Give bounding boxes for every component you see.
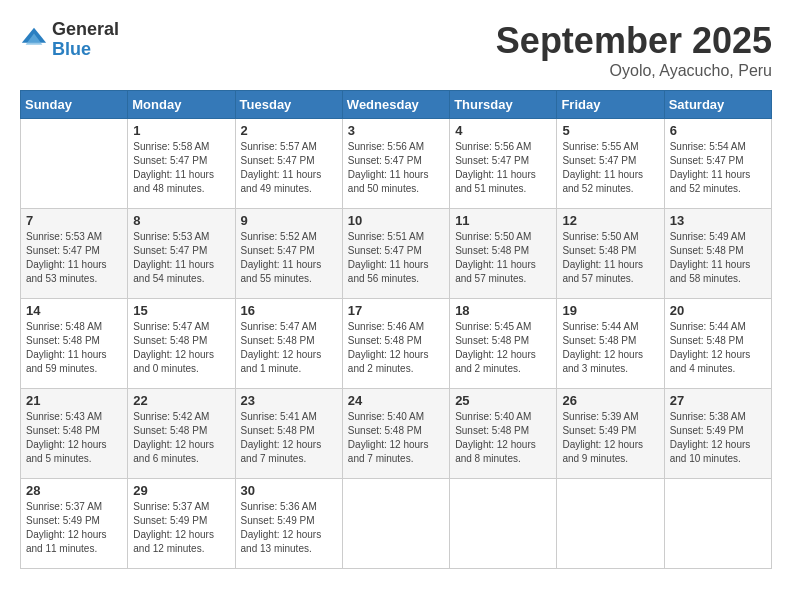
day-number: 4 [455, 123, 551, 138]
day-info: Sunrise: 5:38 AMSunset: 5:49 PMDaylight:… [670, 410, 766, 466]
calendar-table: Sunday Monday Tuesday Wednesday Thursday… [20, 90, 772, 569]
day-info: Sunrise: 5:53 AMSunset: 5:47 PMDaylight:… [133, 230, 229, 286]
day-info: Sunrise: 5:53 AMSunset: 5:47 PMDaylight:… [26, 230, 122, 286]
calendar-cell: 13 Sunrise: 5:49 AMSunset: 5:48 PMDaylig… [664, 209, 771, 299]
calendar-cell [342, 479, 449, 569]
calendar-cell: 22 Sunrise: 5:42 AMSunset: 5:48 PMDaylig… [128, 389, 235, 479]
calendar-cell [664, 479, 771, 569]
day-info: Sunrise: 5:54 AMSunset: 5:47 PMDaylight:… [670, 140, 766, 196]
calendar-cell: 11 Sunrise: 5:50 AMSunset: 5:48 PMDaylig… [450, 209, 557, 299]
day-info: Sunrise: 5:47 AMSunset: 5:48 PMDaylight:… [241, 320, 337, 376]
logo: General Blue [20, 20, 119, 60]
day-number: 23 [241, 393, 337, 408]
day-number: 30 [241, 483, 337, 498]
day-number: 5 [562, 123, 658, 138]
header-wednesday: Wednesday [342, 91, 449, 119]
calendar-week-1: 1 Sunrise: 5:58 AMSunset: 5:47 PMDayligh… [21, 119, 772, 209]
day-number: 20 [670, 303, 766, 318]
calendar-cell: 30 Sunrise: 5:36 AMSunset: 5:49 PMDaylig… [235, 479, 342, 569]
calendar-cell: 15 Sunrise: 5:47 AMSunset: 5:48 PMDaylig… [128, 299, 235, 389]
calendar-cell: 16 Sunrise: 5:47 AMSunset: 5:48 PMDaylig… [235, 299, 342, 389]
calendar-cell: 7 Sunrise: 5:53 AMSunset: 5:47 PMDayligh… [21, 209, 128, 299]
day-number: 19 [562, 303, 658, 318]
logo-general: General [52, 20, 119, 40]
day-number: 2 [241, 123, 337, 138]
day-number: 3 [348, 123, 444, 138]
month-title: September 2025 [496, 20, 772, 62]
header-tuesday: Tuesday [235, 91, 342, 119]
day-number: 1 [133, 123, 229, 138]
page-header: General Blue September 2025 Oyolo, Ayacu… [20, 20, 772, 80]
header-saturday: Saturday [664, 91, 771, 119]
calendar-week-3: 14 Sunrise: 5:48 AMSunset: 5:48 PMDaylig… [21, 299, 772, 389]
day-info: Sunrise: 5:56 AMSunset: 5:47 PMDaylight:… [455, 140, 551, 196]
day-info: Sunrise: 5:42 AMSunset: 5:48 PMDaylight:… [133, 410, 229, 466]
day-info: Sunrise: 5:44 AMSunset: 5:48 PMDaylight:… [670, 320, 766, 376]
day-info: Sunrise: 5:51 AMSunset: 5:47 PMDaylight:… [348, 230, 444, 286]
day-number: 16 [241, 303, 337, 318]
day-info: Sunrise: 5:52 AMSunset: 5:47 PMDaylight:… [241, 230, 337, 286]
calendar-cell: 12 Sunrise: 5:50 AMSunset: 5:48 PMDaylig… [557, 209, 664, 299]
day-number: 18 [455, 303, 551, 318]
day-number: 17 [348, 303, 444, 318]
header-thursday: Thursday [450, 91, 557, 119]
day-info: Sunrise: 5:47 AMSunset: 5:48 PMDaylight:… [133, 320, 229, 376]
day-info: Sunrise: 5:43 AMSunset: 5:48 PMDaylight:… [26, 410, 122, 466]
day-info: Sunrise: 5:48 AMSunset: 5:48 PMDaylight:… [26, 320, 122, 376]
logo-text: General Blue [52, 20, 119, 60]
day-info: Sunrise: 5:56 AMSunset: 5:47 PMDaylight:… [348, 140, 444, 196]
calendar-cell: 9 Sunrise: 5:52 AMSunset: 5:47 PMDayligh… [235, 209, 342, 299]
calendar-cell: 6 Sunrise: 5:54 AMSunset: 5:47 PMDayligh… [664, 119, 771, 209]
day-info: Sunrise: 5:40 AMSunset: 5:48 PMDaylight:… [348, 410, 444, 466]
day-number: 9 [241, 213, 337, 228]
calendar-cell: 8 Sunrise: 5:53 AMSunset: 5:47 PMDayligh… [128, 209, 235, 299]
calendar-cell: 17 Sunrise: 5:46 AMSunset: 5:48 PMDaylig… [342, 299, 449, 389]
day-info: Sunrise: 5:40 AMSunset: 5:48 PMDaylight:… [455, 410, 551, 466]
day-number: 24 [348, 393, 444, 408]
day-info: Sunrise: 5:50 AMSunset: 5:48 PMDaylight:… [562, 230, 658, 286]
day-number: 25 [455, 393, 551, 408]
calendar-cell: 18 Sunrise: 5:45 AMSunset: 5:48 PMDaylig… [450, 299, 557, 389]
day-number: 7 [26, 213, 122, 228]
day-info: Sunrise: 5:57 AMSunset: 5:47 PMDaylight:… [241, 140, 337, 196]
day-number: 22 [133, 393, 229, 408]
calendar-cell: 23 Sunrise: 5:41 AMSunset: 5:48 PMDaylig… [235, 389, 342, 479]
day-info: Sunrise: 5:37 AMSunset: 5:49 PMDaylight:… [26, 500, 122, 556]
calendar-cell: 2 Sunrise: 5:57 AMSunset: 5:47 PMDayligh… [235, 119, 342, 209]
calendar-cell: 14 Sunrise: 5:48 AMSunset: 5:48 PMDaylig… [21, 299, 128, 389]
day-number: 26 [562, 393, 658, 408]
location-subtitle: Oyolo, Ayacucho, Peru [496, 62, 772, 80]
day-info: Sunrise: 5:50 AMSunset: 5:48 PMDaylight:… [455, 230, 551, 286]
day-number: 28 [26, 483, 122, 498]
day-number: 10 [348, 213, 444, 228]
calendar-cell [21, 119, 128, 209]
calendar-cell: 1 Sunrise: 5:58 AMSunset: 5:47 PMDayligh… [128, 119, 235, 209]
calendar-cell: 4 Sunrise: 5:56 AMSunset: 5:47 PMDayligh… [450, 119, 557, 209]
calendar-cell: 5 Sunrise: 5:55 AMSunset: 5:47 PMDayligh… [557, 119, 664, 209]
calendar-cell: 10 Sunrise: 5:51 AMSunset: 5:47 PMDaylig… [342, 209, 449, 299]
calendar-cell: 25 Sunrise: 5:40 AMSunset: 5:48 PMDaylig… [450, 389, 557, 479]
calendar-week-2: 7 Sunrise: 5:53 AMSunset: 5:47 PMDayligh… [21, 209, 772, 299]
day-info: Sunrise: 5:49 AMSunset: 5:48 PMDaylight:… [670, 230, 766, 286]
header-row: Sunday Monday Tuesday Wednesday Thursday… [21, 91, 772, 119]
day-info: Sunrise: 5:58 AMSunset: 5:47 PMDaylight:… [133, 140, 229, 196]
day-number: 11 [455, 213, 551, 228]
calendar-cell: 28 Sunrise: 5:37 AMSunset: 5:49 PMDaylig… [21, 479, 128, 569]
header-monday: Monday [128, 91, 235, 119]
calendar-cell: 27 Sunrise: 5:38 AMSunset: 5:49 PMDaylig… [664, 389, 771, 479]
calendar-cell [450, 479, 557, 569]
calendar-cell [557, 479, 664, 569]
calendar-cell: 20 Sunrise: 5:44 AMSunset: 5:48 PMDaylig… [664, 299, 771, 389]
logo-icon [20, 26, 48, 54]
header-friday: Friday [557, 91, 664, 119]
calendar-cell: 21 Sunrise: 5:43 AMSunset: 5:48 PMDaylig… [21, 389, 128, 479]
day-number: 15 [133, 303, 229, 318]
day-info: Sunrise: 5:55 AMSunset: 5:47 PMDaylight:… [562, 140, 658, 196]
day-info: Sunrise: 5:37 AMSunset: 5:49 PMDaylight:… [133, 500, 229, 556]
header-sunday: Sunday [21, 91, 128, 119]
day-number: 29 [133, 483, 229, 498]
title-area: September 2025 Oyolo, Ayacucho, Peru [496, 20, 772, 80]
day-number: 21 [26, 393, 122, 408]
day-info: Sunrise: 5:36 AMSunset: 5:49 PMDaylight:… [241, 500, 337, 556]
calendar-cell: 26 Sunrise: 5:39 AMSunset: 5:49 PMDaylig… [557, 389, 664, 479]
